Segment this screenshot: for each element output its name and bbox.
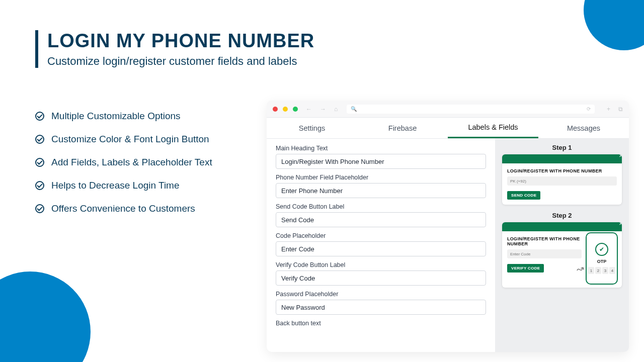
app-window: ← → ⌂ 🔍⟳ + ⧉ Settings Firebase Labels & … bbox=[267, 101, 629, 352]
otp-digit: 3 bbox=[602, 267, 608, 274]
feature-text: Multiple Customizable Options bbox=[51, 111, 181, 122]
decorative-blob-bottom-left bbox=[0, 272, 91, 362]
step1-label: Step 1 bbox=[502, 144, 622, 151]
feature-text: Offers Convenience to Customers bbox=[51, 203, 195, 214]
check-icon bbox=[35, 181, 44, 190]
feature-item: Customize Color & Font Login Button bbox=[35, 134, 247, 145]
search-icon: 🔍 bbox=[351, 106, 357, 112]
feature-item: Add Fields, Labels & Placeholder Text bbox=[35, 157, 247, 168]
back-icon[interactable]: ← bbox=[306, 106, 312, 113]
window-max-icon[interactable] bbox=[293, 107, 298, 112]
preview-column: Step 1 ✕ LOGIN/REGISTER WITH PHONE NUMBE… bbox=[495, 139, 629, 352]
feature-text: Helps to Decrease Login Time bbox=[51, 180, 180, 191]
tab-messages[interactable]: Messages bbox=[538, 118, 629, 138]
verify-code-button[interactable]: VERIFY CODE bbox=[507, 264, 544, 273]
send-code-label-input[interactable] bbox=[276, 212, 486, 227]
preview-card-step2: ✕ LOGIN/REGISTER WITH PHONE NUMBER Enter… bbox=[502, 222, 622, 288]
phone-placeholder-input[interactable] bbox=[276, 183, 486, 198]
field-label: Main Heading Text bbox=[276, 145, 486, 152]
otp-label: OTP bbox=[597, 259, 607, 264]
feature-list: Multiple Customizable Options Customize … bbox=[35, 111, 247, 226]
check-icon bbox=[35, 112, 44, 121]
otp-digit: 4 bbox=[609, 267, 615, 274]
field-label: Password Placeholder bbox=[276, 291, 486, 298]
preview-card-step1: ✕ LOGIN/REGISTER WITH PHONE NUMBER PK (+… bbox=[502, 154, 622, 205]
add-tab-icon[interactable]: + bbox=[607, 106, 610, 113]
feature-item: Multiple Customizable Options bbox=[35, 111, 247, 122]
main-heading-input[interactable] bbox=[276, 154, 486, 169]
feature-text: Add Fields, Labels & Placeholder Text bbox=[51, 157, 212, 168]
page-subtitle: Customize login/register customer fields… bbox=[47, 55, 314, 68]
enter-code-field[interactable]: Enter Code bbox=[507, 249, 582, 258]
otp-digit: 2 bbox=[595, 267, 601, 274]
form-column: Main Heading Text Phone Number Field Pla… bbox=[267, 139, 495, 352]
home-icon[interactable]: ⌂ bbox=[334, 106, 338, 113]
step2-label: Step 2 bbox=[502, 212, 622, 219]
tab-bar: Settings Firebase Labels & Fields Messag… bbox=[267, 118, 629, 139]
address-bar[interactable]: 🔍⟳ bbox=[347, 105, 595, 114]
password-placeholder-input[interactable] bbox=[276, 300, 486, 315]
field-label: Code Placeholder bbox=[276, 232, 486, 239]
browser-chrome: ← → ⌂ 🔍⟳ + ⧉ bbox=[267, 101, 629, 118]
field-label: Send Code Button Label bbox=[276, 203, 486, 210]
page-title: LOGIN MY PHONE NUMBER bbox=[47, 30, 314, 52]
app-body: Main Heading Text Phone Number Field Pla… bbox=[267, 139, 629, 352]
preview-title: LOGIN/REGISTER WITH PHONE NUMBER bbox=[507, 168, 617, 173]
feature-item: Offers Convenience to Customers bbox=[35, 203, 247, 214]
shield-icon: ✔ bbox=[595, 243, 608, 256]
check-icon bbox=[35, 135, 44, 144]
copy-icon[interactable]: ⧉ bbox=[618, 106, 623, 113]
field-label: Back button text bbox=[276, 320, 486, 327]
preview-title: LOGIN/REGISTER WITH PHONE NUMBER bbox=[507, 236, 582, 246]
forward-icon[interactable]: → bbox=[320, 106, 326, 113]
check-icon bbox=[35, 158, 44, 167]
check-icon bbox=[35, 204, 44, 213]
otp-digit: 1 bbox=[588, 267, 594, 274]
refresh-icon[interactable]: ⟳ bbox=[587, 106, 591, 112]
feature-item: Helps to Decrease Login Time bbox=[35, 180, 247, 191]
send-code-button[interactable]: SEND CODE bbox=[507, 191, 540, 200]
country-code[interactable]: PK (+92) bbox=[507, 176, 617, 186]
field-label: Verify Code Button Label bbox=[276, 261, 486, 268]
tab-firebase[interactable]: Firebase bbox=[357, 118, 448, 138]
feature-text: Customize Color & Font Login Button bbox=[51, 134, 209, 145]
hero-header: LOGIN MY PHONE NUMBER Customize login/re… bbox=[35, 30, 314, 68]
tab-settings[interactable]: Settings bbox=[267, 118, 357, 138]
window-close-icon[interactable] bbox=[273, 107, 278, 112]
window-min-icon[interactable] bbox=[283, 107, 288, 112]
verify-code-label-input[interactable] bbox=[276, 270, 486, 286]
field-label: Phone Number Field Placeholder bbox=[276, 174, 486, 181]
code-placeholder-input[interactable] bbox=[276, 241, 486, 256]
phone-mock: ✔ OTP 1 2 3 4 bbox=[586, 232, 618, 285]
decorative-blob-top-right bbox=[584, 0, 644, 50]
tab-labels-fields[interactable]: Labels & Fields bbox=[448, 118, 538, 138]
